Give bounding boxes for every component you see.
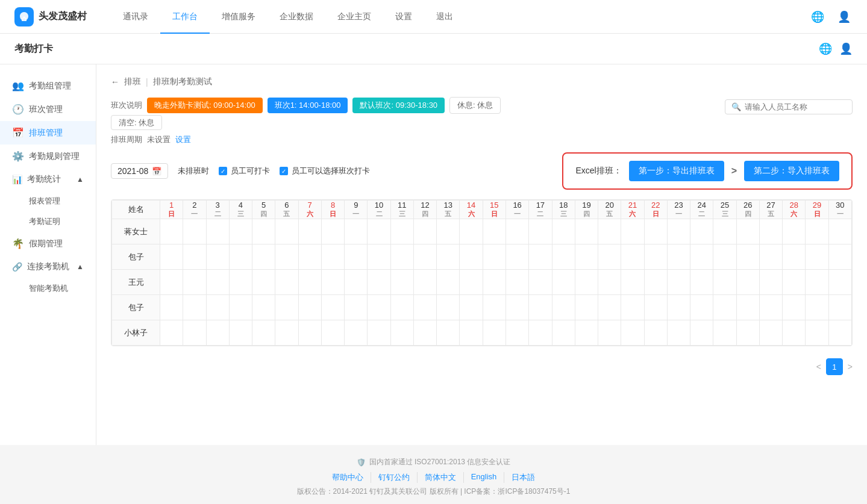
next-page-button[interactable]: > bbox=[848, 362, 853, 372]
schedule-cell[interactable] bbox=[783, 295, 806, 320]
badge-blue[interactable]: 班次1: 14:00-18:00 bbox=[268, 98, 348, 113]
schedule-cell[interactable] bbox=[690, 244, 713, 270]
schedule-cell[interactable] bbox=[413, 219, 436, 244]
schedule-cell[interactable] bbox=[298, 219, 321, 244]
schedule-cell[interactable] bbox=[483, 320, 505, 346]
page-user-icon[interactable]: 👤 bbox=[839, 42, 853, 55]
schedule-cell[interactable] bbox=[828, 244, 851, 270]
schedule-cell[interactable] bbox=[483, 244, 505, 270]
checkbox-can-clock[interactable]: ✓ 员工可打卡 bbox=[219, 166, 270, 176]
sidebar-item-stats[interactable]: 📊 考勤统计 ▲ bbox=[0, 168, 96, 191]
schedule-cell[interactable] bbox=[229, 320, 252, 346]
schedule-cell[interactable] bbox=[575, 320, 598, 346]
schedule-cell[interactable] bbox=[437, 295, 460, 320]
schedule-cell[interactable] bbox=[575, 270, 598, 295]
footer-link-convention[interactable]: 钉钉公约 bbox=[371, 472, 418, 483]
schedule-cell[interactable] bbox=[644, 244, 667, 270]
schedule-cell[interactable] bbox=[321, 219, 344, 244]
schedule-cell[interactable] bbox=[183, 244, 206, 270]
schedule-cell[interactable] bbox=[529, 295, 552, 320]
schedule-cell[interactable] bbox=[298, 295, 321, 320]
sidebar-item-rules-manage[interactable]: ⚙️ 考勤规则管理 bbox=[0, 145, 96, 168]
schedule-cell[interactable] bbox=[275, 219, 298, 244]
schedule-cell[interactable] bbox=[483, 219, 505, 244]
footer-link-japanese[interactable]: 日本語 bbox=[504, 472, 542, 483]
schedule-cell[interactable] bbox=[229, 295, 252, 320]
schedule-cell[interactable] bbox=[667, 320, 690, 346]
schedule-cell[interactable] bbox=[390, 295, 413, 320]
schedule-cell[interactable] bbox=[206, 219, 229, 244]
schedule-cell[interactable] bbox=[229, 270, 252, 295]
schedule-cell[interactable] bbox=[552, 270, 575, 295]
nav-item-enterprise-home[interactable]: 企业主页 bbox=[325, 0, 383, 34]
schedule-cell[interactable] bbox=[460, 295, 483, 320]
schedule-cell[interactable] bbox=[505, 270, 528, 295]
current-page-button[interactable]: 1 bbox=[826, 358, 843, 375]
schedule-cell[interactable] bbox=[736, 219, 759, 244]
schedule-cell[interactable] bbox=[298, 270, 321, 295]
schedule-cell[interactable] bbox=[413, 244, 436, 270]
schedule-cell[interactable] bbox=[345, 320, 368, 346]
footer-link-english[interactable]: English bbox=[464, 472, 505, 483]
schedule-cell[interactable] bbox=[552, 320, 575, 346]
schedule-cell[interactable] bbox=[783, 219, 806, 244]
schedule-cell[interactable] bbox=[460, 244, 483, 270]
schedule-cell[interactable] bbox=[644, 270, 667, 295]
schedule-cell[interactable] bbox=[368, 320, 390, 346]
schedule-cell[interactable] bbox=[806, 219, 828, 244]
schedule-cell[interactable] bbox=[460, 320, 483, 346]
badge-rest[interactable]: 休息: 休息 bbox=[449, 97, 501, 114]
user-avatar-icon[interactable]: 👤 bbox=[836, 8, 853, 25]
schedule-cell[interactable] bbox=[483, 270, 505, 295]
schedule-cell[interactable] bbox=[759, 320, 782, 346]
schedule-cell[interactable] bbox=[275, 295, 298, 320]
schedule-cell[interactable] bbox=[644, 295, 667, 320]
schedule-cell[interactable] bbox=[321, 270, 344, 295]
schedule-cell[interactable] bbox=[621, 244, 644, 270]
schedule-cell[interactable] bbox=[345, 244, 368, 270]
schedule-cell[interactable] bbox=[437, 320, 460, 346]
schedule-cell[interactable] bbox=[252, 244, 275, 270]
schedule-cell[interactable] bbox=[460, 219, 483, 244]
sidebar-item-report-manage[interactable]: 报表管理 bbox=[0, 191, 96, 211]
sidebar-item-smart-machine[interactable]: 智能考勤机 bbox=[0, 278, 96, 299]
schedule-cell[interactable] bbox=[229, 244, 252, 270]
export-schedule-button[interactable]: 第一步：导出排班表 bbox=[629, 161, 724, 181]
sidebar-item-attendance-cert[interactable]: 考勤证明 bbox=[0, 211, 96, 232]
footer-link-help[interactable]: 帮助中心 bbox=[325, 472, 371, 483]
schedule-cell[interactable] bbox=[345, 295, 368, 320]
schedule-cell[interactable] bbox=[621, 320, 644, 346]
schedule-period-link[interactable]: 设置 bbox=[175, 134, 191, 145]
schedule-cell[interactable] bbox=[390, 219, 413, 244]
schedule-cell[interactable] bbox=[206, 244, 229, 270]
nav-item-settings[interactable]: 设置 bbox=[383, 0, 424, 34]
schedule-cell[interactable] bbox=[529, 244, 552, 270]
schedule-cell[interactable] bbox=[736, 244, 759, 270]
schedule-cell[interactable] bbox=[183, 320, 206, 346]
schedule-cell[interactable] bbox=[206, 320, 229, 346]
schedule-cell[interactable] bbox=[690, 320, 713, 346]
nav-item-logout[interactable]: 退出 bbox=[424, 0, 465, 34]
page-globe-icon[interactable]: 🌐 bbox=[819, 42, 832, 55]
schedule-cell[interactable] bbox=[413, 270, 436, 295]
schedule-cell[interactable] bbox=[621, 219, 644, 244]
schedule-cell[interactable] bbox=[667, 219, 690, 244]
schedule-cell[interactable] bbox=[345, 219, 368, 244]
schedule-cell[interactable] bbox=[368, 244, 390, 270]
schedule-cell[interactable] bbox=[275, 320, 298, 346]
schedule-cell[interactable] bbox=[806, 244, 828, 270]
globe-icon[interactable]: 🌐 bbox=[809, 8, 826, 25]
schedule-cell[interactable] bbox=[390, 270, 413, 295]
schedule-cell[interactable] bbox=[644, 320, 667, 346]
nav-item-workspace[interactable]: 工作台 bbox=[160, 0, 210, 34]
schedule-cell[interactable] bbox=[298, 320, 321, 346]
schedule-cell[interactable] bbox=[437, 244, 460, 270]
schedule-cell[interactable] bbox=[390, 244, 413, 270]
schedule-cell[interactable] bbox=[690, 295, 713, 320]
schedule-cell[interactable] bbox=[598, 244, 621, 270]
schedule-cell[interactable] bbox=[713, 244, 736, 270]
schedule-cell[interactable] bbox=[321, 320, 344, 346]
schedule-cell[interactable] bbox=[275, 270, 298, 295]
schedule-cell[interactable] bbox=[598, 320, 621, 346]
schedule-cell[interactable] bbox=[621, 270, 644, 295]
